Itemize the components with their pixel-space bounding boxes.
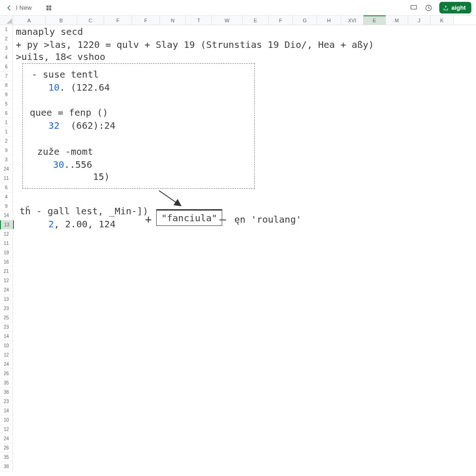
row-header[interactable]: 6 [0, 109, 13, 118]
column-header[interactable]: M [386, 16, 408, 25]
row-header[interactable]: 6 [0, 183, 13, 192]
row-header[interactable]: 35 [0, 453, 13, 462]
formula-box[interactable]: "fanciula" [156, 209, 222, 226]
row-header[interactable]: 1 [0, 118, 13, 127]
row-header[interactable]: 9 [0, 90, 13, 99]
column-header[interactable]: G [293, 16, 317, 25]
row-header[interactable]: 9 [0, 202, 13, 211]
sheet[interactable]: ABCFFNTWEFGHXVIEMJK 12346789561129324116… [0, 16, 476, 476]
row-header[interactable]: 12 [0, 425, 13, 434]
column-header[interactable]: A [13, 16, 46, 25]
present-icon[interactable] [408, 2, 420, 14]
box-line-6a: 30 [53, 159, 64, 170]
row-header[interactable]: 13 [0, 295, 13, 304]
share-button-label: aight [451, 4, 466, 11]
row-header[interactable]: 24 [0, 285, 13, 295]
row-header[interactable]: 26 [0, 443, 13, 453]
row-header[interactable]: 2 [0, 137, 13, 146]
row-header[interactable]: 10 [0, 341, 13, 350]
row-header[interactable]: 3 [0, 44, 13, 53]
row-header[interactable]: 14 [0, 332, 13, 341]
column-header[interactable]: H [317, 16, 341, 25]
svg-rect-3 [49, 8, 52, 10]
svg-rect-2 [46, 8, 49, 10]
doc-title[interactable]: I New [16, 4, 32, 11]
row-header[interactable]: 7 [0, 72, 13, 81]
svg-rect-0 [46, 5, 49, 7]
row-header[interactable]: 38 [0, 462, 13, 471]
row-header[interactable]: 12 [0, 276, 13, 285]
row-header[interactable]: 38 [0, 388, 13, 397]
column-header[interactable]: F [269, 16, 293, 25]
formula-box-text: "fanciula" [161, 212, 217, 224]
row-header[interactable]: 4 [0, 192, 13, 202]
box-line-5: zuže -momt [37, 146, 93, 157]
column-header[interactable]: E [364, 15, 386, 25]
after-line-2b: , 2.00, 124 [54, 218, 115, 230]
back-icon[interactable] [5, 4, 13, 12]
row-headers: 1234678956112932411649141312111916211224… [0, 25, 13, 471]
toolbar: I New aight [0, 0, 476, 16]
column-header[interactable]: F [132, 16, 160, 25]
right-text: ęn 'roulang' [234, 214, 302, 225]
text-line-1: manaply secd [16, 26, 83, 37]
svg-rect-1 [49, 5, 52, 7]
row-header[interactable]: 12 [0, 350, 13, 360]
row-header[interactable]: 21 [0, 267, 13, 276]
row-header[interactable]: 26 [0, 369, 13, 378]
row-header[interactable]: 23 [0, 323, 13, 332]
row-header[interactable]: 10 [0, 416, 13, 425]
column-header[interactable]: B [46, 16, 77, 25]
row-header[interactable]: 1 [0, 127, 13, 137]
column-header[interactable]: E [243, 16, 269, 25]
row-header[interactable]: 14 [0, 406, 13, 416]
row-header[interactable]: 9 [0, 146, 13, 155]
toolbar-glyph-icon[interactable] [43, 2, 55, 14]
box-line-1: - suse tentl [32, 69, 99, 80]
row-header[interactable]: 1 [0, 25, 13, 34]
row-header[interactable]: 5 [0, 99, 13, 109]
history-icon[interactable] [423, 2, 435, 14]
row-header[interactable]: 19 [0, 248, 13, 258]
row-header[interactable]: 4 [0, 53, 13, 62]
row-header[interactable]: 25 [0, 313, 13, 323]
plus-symbol: + [145, 213, 152, 226]
box-line-4b: (662):24 [60, 120, 115, 131]
text-line-3: >ui1s, 18< vshoo [16, 51, 106, 62]
annotation-arrow [156, 188, 189, 211]
share-button[interactable]: aight [439, 2, 471, 13]
row-header[interactable]: 23 [0, 397, 13, 406]
row-header[interactable]: 24 [0, 360, 13, 369]
row-header[interactable]: 14 [0, 211, 13, 220]
row-header[interactable]: 24 [0, 165, 13, 174]
minus-symbol: — [219, 213, 226, 226]
select-all-corner[interactable] [0, 16, 13, 25]
row-header[interactable]: 16 [0, 258, 13, 267]
row-header[interactable]: 11 [0, 174, 13, 183]
svg-rect-4 [411, 5, 416, 9]
box-line-4a: 32 [48, 120, 60, 131]
row-header[interactable]: 3 [0, 155, 13, 165]
row-header[interactable]: 8 [0, 81, 13, 90]
box-line-7: 15) [93, 171, 110, 182]
row-header[interactable]: 12 [0, 230, 13, 239]
column-header[interactable]: K [430, 16, 454, 25]
row-header[interactable]: 6 [0, 62, 13, 72]
column-header[interactable]: XVI [341, 16, 364, 25]
row-header[interactable]: 2 [0, 34, 13, 44]
column-header[interactable]: F [104, 16, 132, 25]
column-header[interactable]: N [160, 16, 186, 25]
row-header[interactable]: 35 [0, 378, 13, 388]
column-header[interactable]: T [186, 16, 212, 25]
column-header[interactable]: J [408, 16, 430, 25]
box-line-6b: ..556 [64, 159, 92, 170]
box-line-2b: . (122.64 [60, 82, 110, 93]
row-header[interactable]: 11 [0, 239, 13, 248]
after-line-1: tȟ - gall lest, _Min-]) [20, 205, 148, 217]
row-header[interactable]: 24 [0, 434, 13, 443]
row-header[interactable]: 13 [0, 220, 13, 230]
row-header[interactable]: 23 [0, 304, 13, 313]
after-line-2a: 2 [48, 218, 54, 230]
column-header[interactable]: W [212, 16, 243, 25]
column-header[interactable]: C [77, 16, 104, 25]
